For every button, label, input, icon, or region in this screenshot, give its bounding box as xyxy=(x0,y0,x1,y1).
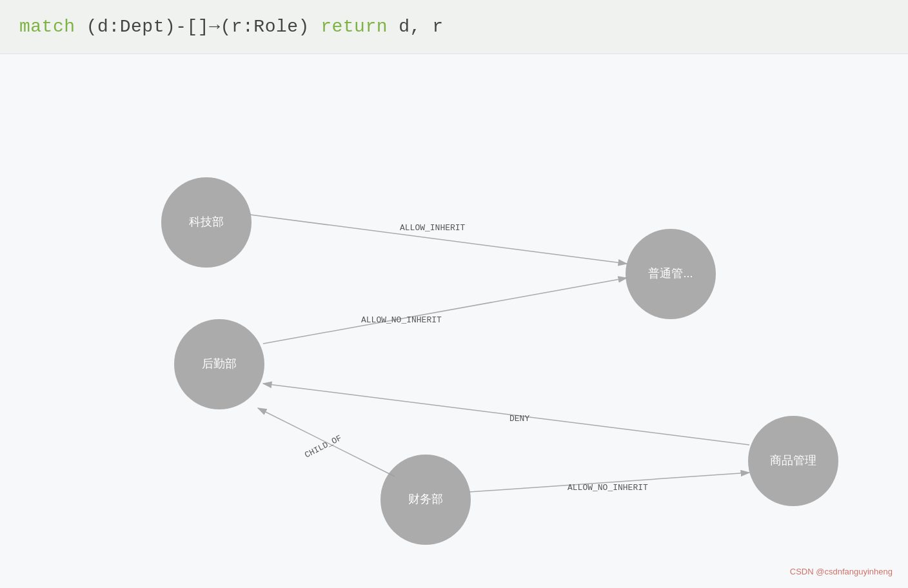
node-label-kejibu: 科技部 xyxy=(189,215,224,228)
keyword-match: match xyxy=(19,17,75,37)
node-label-putong: 普通管... xyxy=(648,267,693,280)
watermark: CSDN @csdnfanguyinheng xyxy=(790,567,893,576)
edge-label-allow-no-inherit-1: ALLOW_NO_INHERIT xyxy=(361,315,442,325)
keyword-return: return xyxy=(321,17,388,37)
node-label-houqinbu: 后勤部 xyxy=(202,357,237,370)
code-vars: d, r xyxy=(388,17,444,37)
edge-allow-no-inherit-1 xyxy=(263,278,627,344)
code-block: match (d:Dept)-[]→(r:Role) return d, r xyxy=(0,0,908,54)
edge-label-deny: DENY xyxy=(509,414,529,424)
edge-label-child-of: CHILD_OF xyxy=(303,433,343,460)
graph-area: ALLOW_INHERIT ALLOW_NO_INHERIT DENY CHIL… xyxy=(0,74,908,588)
edge-label-allow-no-inherit-2: ALLOW_NO_INHERIT xyxy=(568,483,648,493)
node-label-caiwubu: 财务部 xyxy=(408,493,443,505)
code-query: (d:Dept)-[]→(r:Role) xyxy=(75,17,321,37)
edge-label-allow-inherit: ALLOW_INHERIT xyxy=(400,223,466,233)
node-label-shangpin: 商品管理 xyxy=(770,454,816,467)
edge-allow-inherit xyxy=(250,215,627,264)
graph-svg: ALLOW_INHERIT ALLOW_NO_INHERIT DENY CHIL… xyxy=(0,74,908,588)
